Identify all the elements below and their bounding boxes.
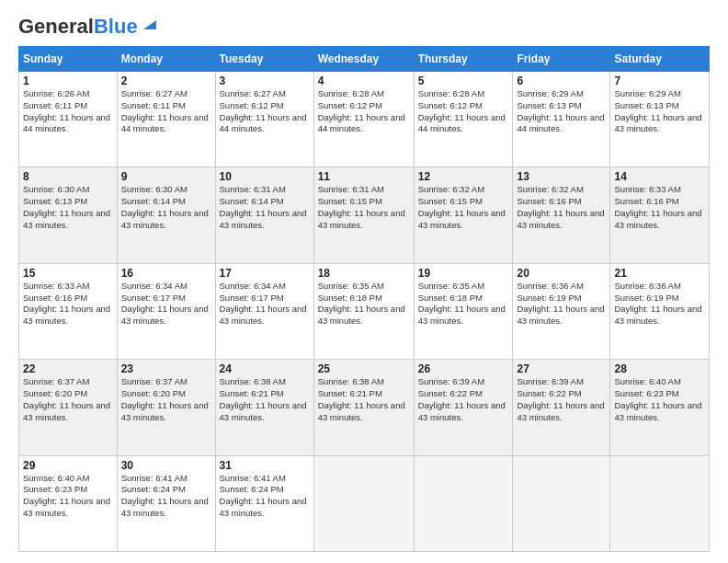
day-number: 4 [318,75,410,87]
calendar-table: Sunday Monday Tuesday Wednesday Thursday… [18,46,710,552]
day-info: Sunrise: 6:26 AM Sunset: 6:11 PM Dayligh… [23,88,113,135]
calendar-cell: 5 Sunrise: 6:28 AM Sunset: 6:12 PM Dayli… [414,72,513,167]
day-info: Sunrise: 6:37 AM Sunset: 6:20 PM Dayligh… [23,376,113,423]
day-number: 31 [220,459,310,472]
day-number: 3 [220,75,310,87]
day-number: 20 [517,267,606,280]
calendar-cell: 29 Sunrise: 6:40 AM Sunset: 6:23 PM Dayl… [19,455,118,551]
day-number: 10 [220,170,310,183]
day-info: Sunrise: 6:35 AM Sunset: 6:18 PM Dayligh… [318,281,410,327]
day-info: Sunrise: 6:40 AM Sunset: 6:23 PM Dayligh… [23,473,113,520]
day-info: Sunrise: 6:33 AM Sunset: 6:16 PM Dayligh… [614,184,705,231]
day-number: 12 [418,170,509,183]
calendar-cell: 16 Sunrise: 6:34 AM Sunset: 6:17 PM Dayl… [117,263,215,359]
day-number: 6 [517,75,606,87]
day-number: 1 [23,75,113,87]
calendar-cell [313,455,414,551]
day-number: 27 [517,362,606,375]
calendar-cell: 11 Sunrise: 6:31 AM Sunset: 6:15 PM Dayl… [313,167,414,263]
day-info: Sunrise: 6:33 AM Sunset: 6:16 PM Dayligh… [23,281,113,327]
col-wednesday: Wednesday [313,47,414,72]
day-info: Sunrise: 6:41 AM Sunset: 6:24 PM Dayligh… [121,473,211,520]
calendar-cell: 17 Sunrise: 6:34 AM Sunset: 6:17 PM Dayl… [215,263,313,359]
calendar-cell: 6 Sunrise: 6:29 AM Sunset: 6:13 PM Dayli… [513,72,610,167]
calendar-cell: 31 Sunrise: 6:41 AM Sunset: 6:24 PM Dayl… [215,455,313,551]
calendar-cell: 3 Sunrise: 6:27 AM Sunset: 6:12 PM Dayli… [215,72,313,167]
calendar-cell: 27 Sunrise: 6:39 AM Sunset: 6:22 PM Dayl… [513,360,610,455]
calendar-week-row: 1 Sunrise: 6:26 AM Sunset: 6:11 PM Dayli… [19,72,710,167]
calendar-cell: 26 Sunrise: 6:39 AM Sunset: 6:22 PM Dayl… [414,360,513,455]
calendar-cell: 2 Sunrise: 6:27 AM Sunset: 6:11 PM Dayli… [117,72,215,167]
calendar-cell: 20 Sunrise: 6:36 AM Sunset: 6:19 PM Dayl… [513,263,610,359]
calendar-cell: 30 Sunrise: 6:41 AM Sunset: 6:24 PM Dayl… [117,455,215,551]
day-info: Sunrise: 6:32 AM Sunset: 6:16 PM Dayligh… [517,184,606,231]
day-number: 17 [220,267,310,280]
day-info: Sunrise: 6:38 AM Sunset: 6:21 PM Dayligh… [318,376,410,423]
day-info: Sunrise: 6:31 AM Sunset: 6:14 PM Dayligh… [220,184,310,231]
calendar-cell: 14 Sunrise: 6:33 AM Sunset: 6:16 PM Dayl… [610,167,710,263]
day-number: 19 [418,267,509,280]
day-number: 30 [121,459,211,472]
day-info: Sunrise: 6:28 AM Sunset: 6:12 PM Dayligh… [418,88,509,135]
day-info: Sunrise: 6:36 AM Sunset: 6:19 PM Dayligh… [614,281,705,327]
calendar-cell: 24 Sunrise: 6:38 AM Sunset: 6:21 PM Dayl… [215,360,313,455]
calendar-cell: 8 Sunrise: 6:30 AM Sunset: 6:13 PM Dayli… [19,167,118,263]
header: GeneralBlue [18,15,710,39]
day-info: Sunrise: 6:41 AM Sunset: 6:24 PM Dayligh… [220,473,310,520]
calendar-cell: 15 Sunrise: 6:33 AM Sunset: 6:16 PM Dayl… [19,263,118,359]
col-friday: Friday [513,47,610,72]
day-number: 9 [121,170,211,183]
day-number: 18 [318,267,410,280]
day-number: 15 [23,267,113,280]
col-saturday: Saturday [610,47,710,72]
calendar-cell [414,455,513,551]
calendar-cell: 1 Sunrise: 6:26 AM Sunset: 6:11 PM Dayli… [19,72,118,167]
calendar-week-row: 22 Sunrise: 6:37 AM Sunset: 6:20 PM Dayl… [19,360,710,455]
day-info: Sunrise: 6:28 AM Sunset: 6:12 PM Dayligh… [318,88,410,135]
logo-text: GeneralBlue [18,15,138,39]
calendar-cell: 18 Sunrise: 6:35 AM Sunset: 6:18 PM Dayl… [313,263,414,359]
svg-marker-0 [143,20,156,29]
calendar-cell: 22 Sunrise: 6:37 AM Sunset: 6:20 PM Dayl… [19,360,118,455]
day-number: 22 [23,362,113,375]
day-info: Sunrise: 6:30 AM Sunset: 6:14 PM Dayligh… [121,184,211,231]
calendar-cell: 25 Sunrise: 6:38 AM Sunset: 6:21 PM Dayl… [313,360,414,455]
day-info: Sunrise: 6:27 AM Sunset: 6:11 PM Dayligh… [121,88,211,135]
day-number: 28 [614,362,705,375]
calendar-week-row: 29 Sunrise: 6:40 AM Sunset: 6:23 PM Dayl… [19,455,710,551]
day-info: Sunrise: 6:32 AM Sunset: 6:15 PM Dayligh… [418,184,509,231]
day-number: 14 [614,170,705,183]
day-number: 7 [614,75,705,87]
calendar-cell: 13 Sunrise: 6:32 AM Sunset: 6:16 PM Dayl… [513,167,610,263]
day-number: 29 [23,459,113,472]
day-number: 11 [318,170,410,183]
day-number: 23 [121,362,211,375]
day-info: Sunrise: 6:38 AM Sunset: 6:21 PM Dayligh… [220,376,310,423]
col-tuesday: Tuesday [215,47,313,72]
calendar-cell: 4 Sunrise: 6:28 AM Sunset: 6:12 PM Dayli… [313,72,414,167]
page: GeneralBlue Sunday Monday Tuesday Wednes… [0,0,728,563]
day-number: 16 [121,267,211,280]
calendar-cell: 21 Sunrise: 6:36 AM Sunset: 6:19 PM Dayl… [610,263,710,359]
calendar-week-row: 15 Sunrise: 6:33 AM Sunset: 6:16 PM Dayl… [19,263,710,359]
day-info: Sunrise: 6:29 AM Sunset: 6:13 PM Dayligh… [517,88,606,135]
day-number: 26 [418,362,509,375]
day-number: 2 [121,75,211,87]
day-info: Sunrise: 6:35 AM Sunset: 6:18 PM Dayligh… [418,281,509,327]
calendar-cell: 10 Sunrise: 6:31 AM Sunset: 6:14 PM Dayl… [215,167,313,263]
calendar-cell [513,455,610,551]
calendar-cell: 28 Sunrise: 6:40 AM Sunset: 6:23 PM Dayl… [610,360,710,455]
col-monday: Monday [117,47,215,72]
calendar-cell: 12 Sunrise: 6:32 AM Sunset: 6:15 PM Dayl… [414,167,513,263]
day-info: Sunrise: 6:34 AM Sunset: 6:17 PM Dayligh… [121,281,211,327]
day-info: Sunrise: 6:27 AM Sunset: 6:12 PM Dayligh… [220,88,310,135]
calendar-week-row: 8 Sunrise: 6:30 AM Sunset: 6:13 PM Dayli… [19,167,710,263]
calendar-header-row: Sunday Monday Tuesday Wednesday Thursday… [19,47,710,72]
day-info: Sunrise: 6:31 AM Sunset: 6:15 PM Dayligh… [318,184,410,231]
day-number: 5 [418,75,509,87]
day-info: Sunrise: 6:30 AM Sunset: 6:13 PM Dayligh… [23,184,113,231]
col-thursday: Thursday [414,47,513,72]
day-info: Sunrise: 6:37 AM Sunset: 6:20 PM Dayligh… [121,376,211,423]
logo-arrow-icon [140,13,160,33]
calendar-cell: 19 Sunrise: 6:35 AM Sunset: 6:18 PM Dayl… [414,263,513,359]
